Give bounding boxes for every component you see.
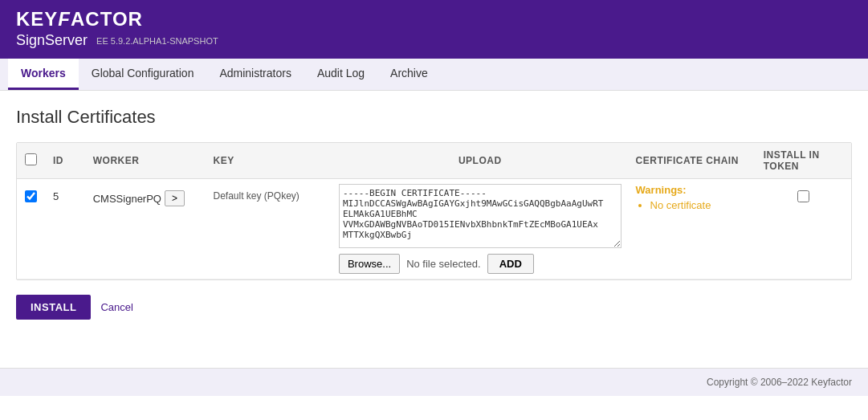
- select-all-checkbox[interactable]: [25, 153, 37, 165]
- main-content: Install Certificates ID WORKER KEY UPLOA…: [0, 91, 868, 336]
- worker-arrow-button[interactable]: >: [165, 190, 185, 206]
- browse-button[interactable]: Browse...: [339, 254, 400, 274]
- table-row: 5 CMSSignerPQ > Default key (PQkey) ----…: [17, 179, 851, 279]
- install-certs-table: ID WORKER KEY UPLOAD CERTIFICATE CHAIN I…: [16, 142, 852, 280]
- app-name-subtitle: SignServer EE 5.9.2.ALPHA1-SNAPSHOT: [16, 32, 852, 49]
- col-header-key: KEY: [205, 143, 332, 179]
- cancel-button[interactable]: Cancel: [100, 301, 132, 313]
- table-header-row: ID WORKER KEY UPLOAD CERTIFICATE CHAIN I…: [17, 143, 851, 179]
- warnings-label: Warnings:: [636, 184, 748, 196]
- col-header-cert-chain: CERTIFICATE CHAIN: [628, 143, 756, 179]
- warning-item: No certificate: [650, 199, 748, 211]
- cert-textarea[interactable]: -----BEGIN CERTIFICATE----- MIJlnDCCASWg…: [339, 184, 621, 248]
- app-name: SignServer: [16, 32, 88, 48]
- col-header-id: ID: [45, 143, 85, 179]
- row-checkbox[interactable]: [25, 190, 37, 202]
- worker-name: CMSSignerPQ: [93, 193, 161, 205]
- col-header-checkbox: [17, 143, 45, 179]
- install-button[interactable]: INSTALL: [16, 295, 91, 320]
- page-footer: Copyright © 2006–2022 Keyfactor: [0, 368, 868, 396]
- row-id-cell: 5: [45, 179, 85, 279]
- col-header-install-token: INSTALL IN TOKEN: [756, 143, 851, 179]
- add-button[interactable]: ADD: [487, 254, 534, 274]
- app-version: EE 5.9.2.ALPHA1-SNAPSHOT: [96, 36, 218, 46]
- col-header-upload: UPLOAD: [332, 143, 628, 179]
- page-title: Install Certificates: [16, 107, 852, 128]
- app-header: KEYFACTOR SignServer EE 5.9.2.ALPHA1-SNA…: [0, 0, 868, 59]
- warnings-list: No certificate: [650, 199, 748, 211]
- col-header-worker: WORKER: [85, 143, 206, 179]
- upload-controls: Browse... No file selected. ADD: [339, 254, 621, 274]
- row-checkbox-cell: [17, 179, 45, 279]
- nav-item-workers[interactable]: Workers: [8, 59, 79, 90]
- row-worker-cell: CMSSignerPQ >: [85, 179, 206, 279]
- logo: KEYFACTOR: [16, 8, 852, 31]
- row-chain-cell: Warnings: No certificate: [628, 179, 756, 279]
- row-key-cell: Default key (PQkey): [205, 179, 332, 279]
- action-buttons: INSTALL Cancel: [16, 295, 852, 320]
- nav-item-global-config[interactable]: Global Configuration: [79, 59, 207, 90]
- row-key: Default key (PQkey): [213, 190, 299, 202]
- nav-item-archive[interactable]: Archive: [377, 59, 441, 90]
- nav-item-administrators[interactable]: Administrators: [206, 59, 304, 90]
- no-file-label: No file selected.: [406, 258, 481, 270]
- row-id: 5: [53, 190, 59, 202]
- install-in-token-checkbox[interactable]: [797, 190, 809, 202]
- copyright-text: Copyright © 2006–2022 Keyfactor: [707, 377, 852, 388]
- nav-item-audit-log[interactable]: Audit Log: [304, 59, 377, 90]
- main-nav: Workers Global Configuration Administrat…: [0, 59, 868, 91]
- row-upload-cell: -----BEGIN CERTIFICATE----- MIJlnDCCASWg…: [332, 179, 628, 279]
- row-token-cell: [756, 179, 851, 279]
